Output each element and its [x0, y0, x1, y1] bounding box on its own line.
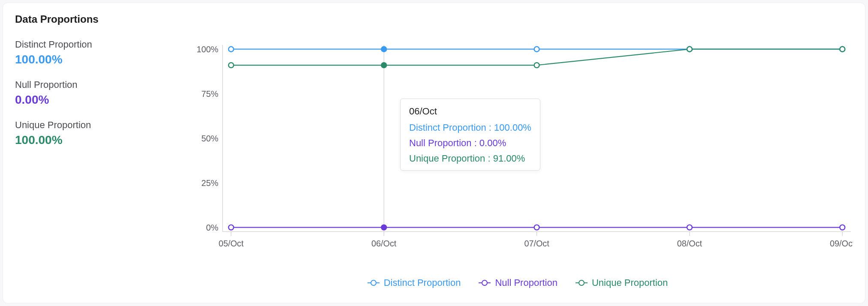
y-tick-0: 0% — [206, 223, 219, 232]
chart-legend: Distinct Proportion Null Proportion Uniq… — [182, 277, 853, 288]
legend-label-distinct: Distinct Proportion — [384, 277, 461, 288]
marker-unique-4 — [840, 47, 845, 52]
tooltip-row-null: Null Proportion : 0.00% — [409, 138, 531, 149]
stat-distinct-value: 100.00% — [15, 53, 178, 66]
marker-unique-3 — [687, 47, 692, 52]
stat-null: Null Proportion 0.00% — [15, 79, 178, 107]
marker-null-1 — [381, 225, 386, 230]
x-label-4: 09/Oct — [830, 239, 853, 248]
legend-label-unique: Unique Proportion — [592, 277, 668, 288]
y-tick-25: 25% — [202, 178, 219, 188]
marker-null-3 — [687, 225, 692, 230]
x-label-1: 06/Oct — [371, 239, 397, 248]
marker-distinct-1 — [381, 47, 386, 52]
y-tick-100: 100% — [197, 45, 219, 54]
legend-marker-unique-icon — [576, 280, 588, 286]
legend-marker-null-icon — [479, 280, 491, 286]
card-title: Data Proportions — [15, 13, 853, 25]
marker-null-4 — [840, 225, 845, 230]
stats-column: Distinct Proportion 100.00% Null Proport… — [15, 36, 178, 295]
chart-area[interactable]: 100% 75% 50% 25% 0% 05/Oct 06/Oct 07/Oct… — [182, 36, 853, 295]
legend-item-unique[interactable]: Unique Proportion — [576, 277, 668, 288]
tooltip-row-unique: Unique Proportion : 91.00% — [409, 153, 531, 164]
legend-item-null[interactable]: Null Proportion — [479, 277, 558, 288]
marker-unique-0 — [229, 63, 234, 68]
stat-null-label: Null Proportion — [15, 79, 178, 90]
legend-marker-distinct-icon — [368, 280, 380, 286]
tooltip-row-distinct: Distinct Proportion : 100.00% — [409, 122, 531, 133]
legend-label-null: Null Proportion — [495, 277, 558, 288]
marker-distinct-2 — [534, 47, 539, 52]
marker-unique-1 — [381, 63, 386, 68]
stat-distinct: Distinct Proportion 100.00% — [15, 39, 178, 66]
marker-null-2 — [534, 225, 539, 230]
y-tick-50: 50% — [202, 134, 219, 143]
content-row: Distinct Proportion 100.00% Null Proport… — [15, 36, 853, 295]
y-tick-75: 75% — [202, 89, 219, 99]
data-proportions-card: Data Proportions Distinct Proportion 100… — [3, 3, 865, 303]
stat-distinct-label: Distinct Proportion — [15, 39, 178, 50]
legend-item-distinct[interactable]: Distinct Proportion — [368, 277, 461, 288]
stat-unique: Unique Proportion 100.00% — [15, 120, 178, 147]
chart-tooltip: 06/Oct Distinct Proportion : 100.00% Nul… — [400, 99, 540, 171]
stat-unique-value: 100.00% — [15, 133, 178, 147]
stat-unique-label: Unique Proportion — [15, 120, 178, 131]
marker-unique-2 — [534, 63, 539, 68]
marker-null-0 — [229, 225, 234, 230]
stat-null-value: 0.00% — [15, 93, 178, 107]
x-label-2: 07/Oct — [524, 239, 549, 248]
marker-distinct-0 — [229, 47, 234, 52]
x-label-0: 05/Oct — [219, 239, 244, 248]
tooltip-title: 06/Oct — [409, 106, 531, 117]
x-label-3: 08/Oct — [677, 239, 702, 248]
